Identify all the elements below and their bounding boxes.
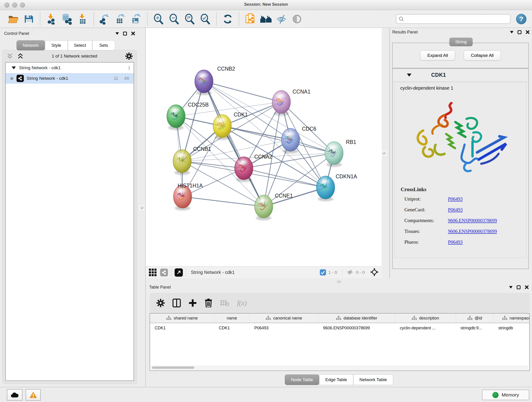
import-table-button[interactable] (76, 13, 89, 25)
import-network-button[interactable] (45, 13, 57, 25)
panel-float-menu-icon[interactable] (510, 31, 513, 33)
network-edge[interactable] (204, 81, 264, 206)
clone-network-button[interactable] (244, 13, 256, 25)
open-session-button[interactable] (7, 13, 19, 25)
panel-float-menu-icon[interactable] (115, 32, 119, 35)
crosslink-link[interactable]: P06493 (448, 207, 462, 213)
panel-close-icon[interactable] (526, 30, 530, 34)
crosslink-link[interactable]: P06493 (448, 239, 462, 245)
zoom-out-button[interactable] (168, 13, 180, 25)
table-horizontal-scrollbar[interactable] (151, 366, 528, 370)
panel-maximize-icon[interactable] (517, 285, 520, 289)
export-image-button[interactable] (130, 13, 142, 25)
collapse-all-button[interactable]: Collapse All (464, 51, 500, 61)
network-node-cdc25b[interactable]: CDC25B (167, 102, 209, 130)
network-edge[interactable] (183, 168, 244, 197)
column-header-canonical-name[interactable]: canonical name (250, 313, 318, 323)
column-header-name[interactable]: name (214, 313, 250, 323)
tab-sets[interactable]: Sets (92, 40, 115, 51)
crosslink-link[interactable]: 9606.ENSP00000378699 (448, 229, 497, 234)
network-node-rb1[interactable]: RB1 (325, 139, 356, 167)
tab-edge-table[interactable]: Edge Table (319, 375, 353, 385)
add-column-icon[interactable] (189, 299, 197, 307)
network-edge[interactable] (222, 126, 334, 153)
network-node-cdk1[interactable]: CDK1 (213, 112, 248, 140)
network-canvas[interactable]: CCNB2 CCNA1 CDC25B CDK1 CDC6 RB1 CCNB1 C… (146, 28, 382, 266)
import-network-from-database-button[interactable] (61, 13, 73, 25)
network-edge[interactable] (264, 187, 326, 206)
panel-close-icon[interactable] (525, 285, 529, 289)
zoom-in-button[interactable] (152, 13, 165, 25)
collapse-all-icon[interactable] (7, 53, 13, 59)
crosslink-link[interactable]: P06493 (448, 196, 462, 202)
network-row[interactable]: String Network - cdk1 11 48 (6, 73, 133, 84)
selected-checkbox[interactable] (320, 269, 326, 275)
table-cell[interactable]: stringdb:9... (456, 323, 494, 333)
panel-maximize-icon[interactable] (518, 30, 521, 34)
tab-network-table[interactable]: Network Table (353, 375, 393, 385)
refresh-button[interactable] (222, 13, 234, 25)
network-node-cdkn1a[interactable]: CDKN1A (317, 173, 357, 201)
tab-select[interactable]: Select (68, 40, 92, 51)
network-node-ccna2[interactable]: CCNA2 (234, 154, 272, 182)
network-node-hist1h1a[interactable]: HIST1H1A (173, 183, 203, 211)
left-splitter[interactable] (137, 28, 146, 387)
gear-icon[interactable] (125, 52, 133, 60)
search-input[interactable] (396, 14, 510, 24)
zoom-selected-button[interactable] (199, 13, 211, 25)
zoom-fit-button[interactable] (184, 13, 196, 25)
help-button[interactable]: ? (516, 14, 526, 24)
tab-network[interactable]: Network (17, 40, 45, 51)
export-table-button[interactable] (114, 13, 127, 25)
panel-close-icon[interactable] (131, 32, 135, 36)
table-cell[interactable]: CDK1 (150, 323, 214, 333)
function-builder-button[interactable]: f(x) (237, 299, 247, 307)
show-graphics-details-button[interactable] (291, 13, 303, 25)
network-node-ccne1[interactable]: CCNE1 (254, 193, 293, 220)
birdseye-grid-icon[interactable] (149, 269, 157, 276)
cloud-status-button[interactable] (7, 389, 22, 401)
hide-selected-button[interactable] (275, 13, 288, 25)
column-header--id[interactable]: @id (456, 313, 494, 323)
tab-style[interactable]: Style (45, 40, 68, 51)
horizontal-splitter-handle[interactable] (337, 280, 341, 283)
network-node-cdc6[interactable]: CDC6 (281, 126, 317, 153)
export-network-button[interactable] (99, 13, 111, 25)
column-header-namespace[interactable]: namespace (494, 313, 530, 323)
column-header-description[interactable]: description (395, 313, 456, 323)
right-splitter[interactable] (382, 28, 390, 278)
tab-string[interactable]: String (449, 38, 473, 46)
node-table[interactable]: shared namenamecanonical namedatabase id… (150, 313, 530, 371)
section-expand-icon[interactable] (407, 74, 412, 77)
table-row[interactable]: CDK1CDK1P064939606.ENSP00000378699cyclin… (150, 323, 529, 333)
crosshair-icon[interactable] (370, 268, 379, 277)
left-splitter-handle[interactable] (139, 205, 145, 211)
save-session-button[interactable] (23, 13, 35, 25)
network-type-icon[interactable] (160, 269, 168, 276)
table-cell[interactable]: CDK1 (214, 323, 250, 333)
column-header-shared-name[interactable]: shared name (150, 313, 214, 323)
panel-maximize-icon[interactable] (123, 32, 127, 36)
show-columns-icon[interactable] (172, 299, 181, 307)
table-cell[interactable]: 9606.ENSP00000378699 (318, 323, 395, 333)
network-collection-row[interactable]: String Network - cdk1 1 (6, 63, 133, 73)
warnings-button[interactable] (26, 389, 41, 401)
expand-all-icon[interactable] (17, 53, 24, 59)
protein-section-header[interactable]: CDK1 (393, 69, 528, 82)
delete-column-icon[interactable] (205, 299, 212, 307)
memory-button[interactable]: Memory (482, 390, 529, 400)
crosslink-link[interactable]: 9606.ENSP00000378699 (448, 218, 497, 223)
tree-expand-icon[interactable] (12, 66, 16, 69)
table-settings-gear-icon[interactable] (157, 299, 165, 307)
table-cell[interactable]: cyclin-dependent ... (395, 323, 456, 333)
detach-view-button[interactable] (175, 268, 183, 277)
table-cell[interactable]: P06493 (250, 323, 318, 333)
expand-all-button[interactable]: Expand All (420, 51, 455, 61)
panel-float-menu-icon[interactable] (509, 286, 513, 288)
column-header-database-identifier[interactable]: database identifier (318, 313, 395, 323)
delete-table-icon[interactable] (220, 300, 229, 306)
string-home-button[interactable] (260, 13, 272, 25)
network-edge[interactable] (183, 197, 264, 206)
tab-node-table[interactable]: Node Table (285, 375, 319, 385)
table-cell[interactable]: stringdb (494, 323, 530, 333)
